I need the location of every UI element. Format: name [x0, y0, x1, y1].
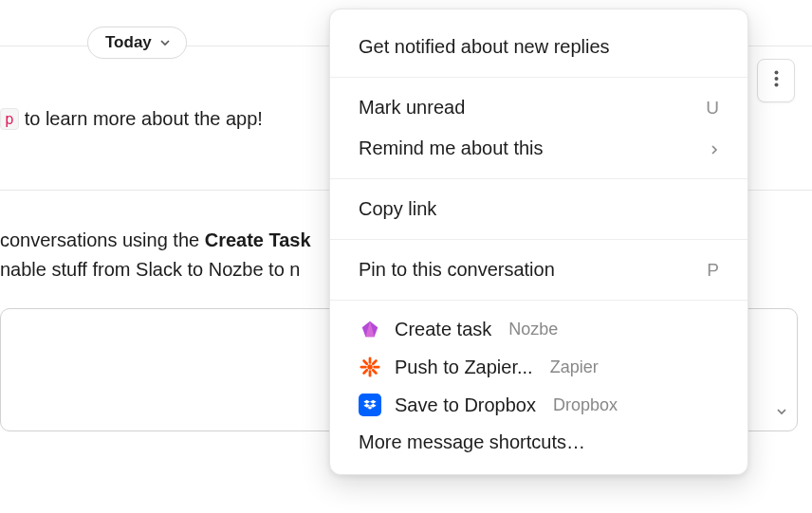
dropbox-icon [359, 394, 381, 416]
menu-item-save-dropbox[interactable]: Save to Dropbox Dropbox [330, 386, 747, 424]
menu-item-label: Push to Zapier... [395, 357, 533, 378]
date-pill-label: Today [105, 33, 152, 52]
menu-item-label: More message shortcuts… [359, 431, 585, 453]
menu-item-copy-link[interactable]: Copy link [330, 189, 747, 229]
message-line-1: p to learn more about the app! [0, 108, 263, 130]
menu-item-push-zapier[interactable]: Push to Zapier... Zapier [330, 348, 747, 386]
svg-line-13 [373, 361, 376, 364]
kebab-icon [774, 70, 779, 91]
svg-line-10 [364, 361, 367, 364]
menu-item-sublabel: Nozbe [508, 320, 558, 339]
menu-item-create-task[interactable]: Create task Nozbe [330, 310, 747, 348]
message-text-bold: Create Task [205, 229, 311, 250]
svg-point-5 [367, 364, 373, 370]
menu-item-shortcut: U [706, 98, 719, 119]
chevron-down-icon[interactable] [776, 406, 787, 417]
svg-marker-14 [363, 400, 370, 404]
menu-item-remind[interactable]: Remind me about this [330, 128, 747, 169]
more-actions-button[interactable] [757, 59, 795, 102]
menu-separator [330, 300, 747, 301]
menu-item-label: Copy link [359, 198, 436, 220]
svg-point-0 [774, 71, 778, 75]
menu-separator [330, 77, 747, 78]
svg-marker-18 [367, 406, 372, 409]
date-pill[interactable]: Today [87, 27, 187, 59]
menu-separator [330, 239, 747, 240]
menu-item-label: Save to Dropbox [395, 394, 536, 416]
menu-separator [330, 178, 747, 179]
menu-item-pin[interactable]: Pin to this conversation P [330, 249, 747, 290]
menu-item-label: Create task [395, 319, 491, 340]
svg-marker-15 [370, 400, 377, 404]
menu-item-shortcut: P [707, 260, 719, 281]
menu-item-sublabel: Zapier [550, 357, 599, 377]
menu-item-sublabel: Dropbox [553, 395, 618, 415]
message-text: nable stuff from Slack to Nozbe to n [0, 259, 300, 280]
message-text: conversations using the [0, 229, 205, 250]
menu-item-more-shortcuts[interactable]: More message shortcuts… [330, 424, 747, 457]
zapier-icon [359, 356, 381, 378]
svg-line-11 [373, 370, 376, 373]
menu-item-label: Remind me about this [359, 137, 544, 159]
nozbe-icon [359, 318, 381, 340]
menu-item-label: Pin to this conversation [359, 259, 555, 281]
message-line-2: conversations using the Create Task nabl… [0, 226, 311, 284]
chevron-down-icon [159, 37, 171, 48]
menu-item-get-notified[interactable]: Get notified about new replies [330, 27, 747, 67]
menu-item-mark-unread[interactable]: Mark unread U [330, 87, 747, 128]
menu-item-label: Mark unread [359, 97, 465, 119]
svg-line-12 [364, 370, 367, 373]
svg-point-1 [774, 77, 778, 81]
message-text: to learn more about the app! [25, 108, 263, 130]
chevron-right-icon [710, 138, 719, 159]
inline-code: p [0, 108, 19, 130]
menu-item-label: Get notified about new replies [359, 36, 610, 58]
svg-point-2 [774, 83, 778, 87]
message-context-menu: Get notified about new replies Mark unre… [329, 9, 748, 475]
